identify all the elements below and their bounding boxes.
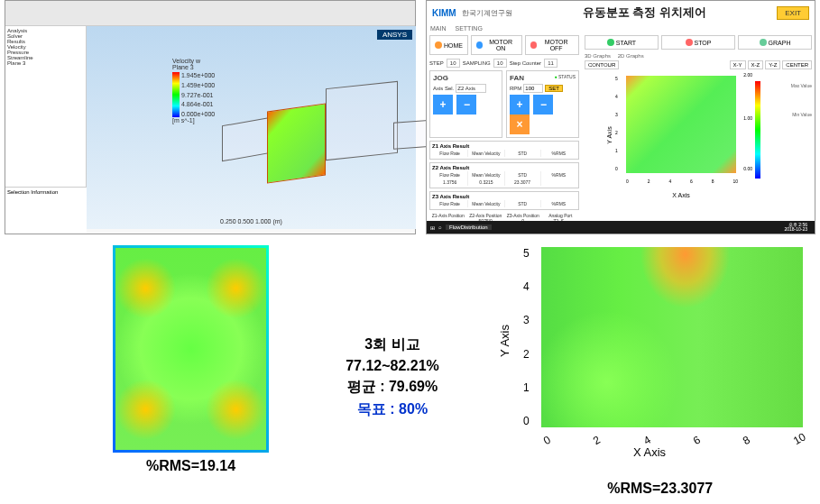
cb-max: 2.00 (743, 72, 752, 78)
legend-sub: Plane 3 (172, 64, 226, 70)
maxval-label: Max Value (776, 83, 812, 88)
tick: 2 (591, 434, 603, 447)
ansys-toolbar (5, 1, 415, 26)
tree-item: Plane 3 (7, 60, 84, 66)
home-button[interactable]: HOME (429, 35, 468, 55)
stepcounter-value: 11 (544, 59, 557, 68)
legend-title: Velocity w (172, 58, 226, 64)
y-axis-label: Y Axis (498, 325, 511, 357)
ansys-tree-panel: Analysis Solver Results Velocity Pressur… (5, 26, 87, 188)
col: STD (505, 150, 541, 157)
tick: 0 (626, 179, 629, 184)
velocity-plane-icon (267, 103, 326, 183)
axis-select[interactable]: Z2 Axis (456, 84, 486, 93)
scale-bar: 0.250 0.500 1.000 (m) (220, 218, 282, 225)
cfd-rms-label: %RMS=19.14 (113, 458, 269, 474)
y-axis-label: Y Axis (606, 126, 613, 143)
kimm-logo: KIMM (432, 8, 456, 18)
tab-main[interactable]: MAIN (430, 25, 447, 32)
z1-title: Z1 Axis Result (432, 143, 576, 149)
tick: 5 (523, 247, 530, 260)
tick: 1 (615, 148, 618, 153)
filter-wire (326, 81, 398, 160)
maxmin-labels: Max Value Min Value (776, 83, 812, 117)
set-button[interactable]: SET (545, 85, 563, 92)
xy-button[interactable]: X-Y (730, 60, 746, 69)
stop-button[interactable]: STOP (661, 35, 735, 50)
flow-control-app: KIMM 한국기계연구원 유동분포 측정 위치제어 EXIT MAIN SETT… (426, 0, 815, 234)
taskbar-app[interactable]: FlowDistribution (446, 225, 492, 230)
minval-label: Min Value (776, 112, 812, 117)
jog-plus-button[interactable]: + (433, 95, 453, 115)
tick: 2 (648, 179, 650, 184)
axis-sel-label: Axis Sel. (433, 86, 454, 91)
home-label: HOME (444, 42, 463, 49)
jog-minus-button[interactable]: − (456, 95, 476, 115)
legend-val: 9.727e-001 (181, 92, 215, 98)
plot-type-select[interactable]: CONTOUR (585, 60, 619, 69)
x-axis-label: X Axis (672, 192, 689, 198)
measured-plot: Y Axis 0 1 2 3 4 5 0 2 4 6 8 10 (487, 243, 812, 460)
col: %RMS (541, 171, 576, 179)
val: 23.3077 (505, 179, 541, 186)
mean-label: 평균 : 79.69% (298, 378, 487, 397)
jog-panel: JOG Axis Sel. Z2 Axis + − (429, 70, 502, 138)
rpm-input[interactable] (523, 84, 543, 93)
legend-val: 4.864e-001 (181, 101, 215, 107)
legend-unit: [m s^-1] (172, 117, 226, 124)
motor-on-button[interactable]: MOTOR ON (471, 35, 522, 55)
step-label: STEP (429, 60, 444, 66)
info-label: Selection Information (7, 189, 85, 195)
step-value[interactable]: 10 (447, 59, 460, 68)
jog-title: JOG (433, 74, 499, 82)
tick: 4 (523, 280, 530, 293)
tick: 0 (615, 166, 618, 171)
y-ticks: 0 1 2 3 4 5 (615, 76, 618, 171)
x-axis-label: X Axis (633, 445, 666, 459)
sampling-value[interactable]: 10 (493, 59, 507, 68)
kimm-logo-kr: 한국기계연구원 (462, 8, 512, 18)
ansys-badge: ANSYS (377, 30, 412, 40)
center-button[interactable]: CENTER (782, 60, 812, 69)
fan-stop-button[interactable]: × (510, 115, 530, 134)
fan-title: FAN (510, 74, 524, 82)
val: 1.3756 (432, 179, 468, 186)
start-button[interactable]: START (585, 35, 659, 50)
search-icon[interactable]: ⌕ (438, 225, 442, 230)
tick: 10 (791, 430, 808, 447)
app-header: KIMM 한국기계연구원 유동분포 측정 위치제어 EXIT (427, 1, 815, 24)
yz-button[interactable]: Y-Z (765, 60, 780, 69)
tick: 0 (523, 415, 530, 427)
stepcounter-label: Step Counter (510, 60, 541, 66)
rpm-label: RPM (510, 86, 521, 91)
motor-off-label: MOTOR OFF (539, 39, 574, 51)
graph-button[interactable]: GRAPH (738, 35, 812, 50)
start-icon[interactable]: ⊞ (430, 225, 435, 231)
tab-3d[interactable]: 3D Graphs (585, 53, 611, 59)
cfd-contour-image (113, 245, 269, 453)
tick: 6 (691, 434, 703, 447)
fan-minus-button[interactable]: − (533, 95, 553, 115)
val: 0.3215 (468, 179, 504, 186)
z3-result: Z3 Axis Result Flow Rate Mean Velocity S… (429, 191, 579, 210)
tab-setting[interactable]: SETTING (456, 25, 483, 32)
tab-2d[interactable]: 2D Graphs (618, 53, 644, 59)
status-label: STATUS (558, 74, 576, 79)
tick: 6 (690, 179, 693, 184)
z3-title: Z3 Axis Result (432, 194, 576, 199)
range-label: 77.12~82.21% (298, 358, 487, 374)
exit-button[interactable]: EXIT (777, 6, 809, 20)
trials-label: 3회 비교 (298, 335, 487, 354)
fan-plus-button[interactable]: + (510, 95, 530, 115)
x-ticks: 0 2 4 6 8 10 (626, 179, 738, 184)
tick: 3 (615, 112, 618, 117)
measured-heatmap (541, 247, 803, 427)
xz-button[interactable]: X-Z (748, 60, 764, 69)
legend-val: 0.000e+000 (181, 111, 215, 117)
y-ticks: 0 1 2 3 4 5 (523, 247, 530, 427)
motor-off-button[interactable]: MOTOR OFF (525, 35, 579, 55)
col: Mean Velocity (468, 150, 504, 157)
col: %RMS (541, 200, 576, 207)
z2-result: Z2 Axis Result Flow Rate Mean Velocity S… (429, 162, 579, 188)
control-right-panel: START STOP GRAPH 3D Graphs 2D Graphs CON… (582, 32, 815, 231)
